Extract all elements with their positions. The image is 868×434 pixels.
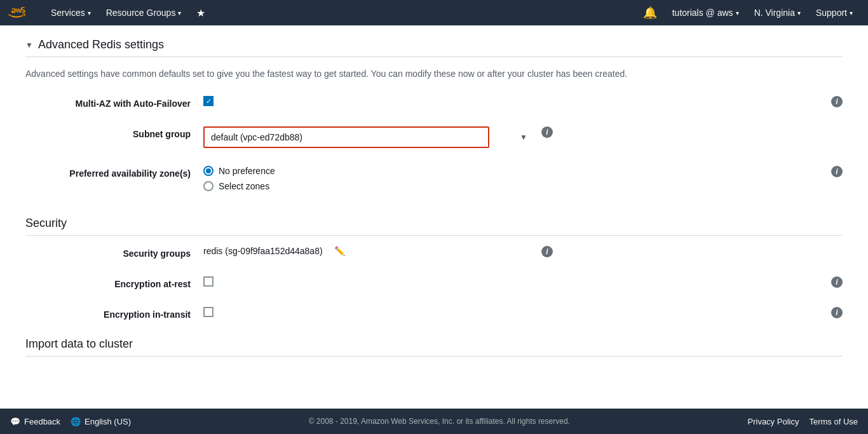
globe-icon: 🌐 xyxy=(71,417,81,426)
preferred-az-radio-group: No preference Select zones xyxy=(203,166,275,191)
advanced-redis-section-header: ▼ Advanced Redis settings xyxy=(25,38,843,51)
footer-right: Privacy Policy Terms of Use xyxy=(748,417,858,426)
subnet-group-label: Subnet group xyxy=(64,126,203,139)
footer-left: 💬 Feedback 🌐 English (US) xyxy=(10,417,131,426)
multi-az-checkbox[interactable]: ✓ xyxy=(203,96,214,106)
footer-copyright: © 2008 - 2019, Amazon Web Services, Inc.… xyxy=(131,417,747,426)
main-content: ▼ Advanced Redis settings Advanced setti… xyxy=(0,25,868,409)
encryption-rest-row: Encryption at-rest i xyxy=(25,276,843,289)
multi-az-info-icon[interactable]: i xyxy=(831,96,843,107)
support-chevron-icon: ▾ xyxy=(850,10,853,17)
import-title: Import data to cluster xyxy=(25,337,133,351)
subnet-group-control: default (vpc-ed72db88) ▼ xyxy=(203,126,534,148)
nav-right: 🔔 tutorials @ aws ▾ N. Virginia ▾ Suppor… xyxy=(635,0,860,25)
encryption-rest-info-icon[interactable]: i xyxy=(831,276,843,288)
checkbox-check-icon: ✓ xyxy=(206,98,212,105)
security-groups-info-icon[interactable]: i xyxy=(541,246,553,257)
import-section: Import data to cluster xyxy=(25,337,843,356)
select-zones-radio[interactable] xyxy=(203,181,214,191)
advanced-redis-title: Advanced Redis settings xyxy=(38,38,164,51)
multi-az-control: ✓ xyxy=(203,96,534,106)
section-divider xyxy=(25,57,843,57)
subnet-group-select[interactable]: default (vpc-ed72db88) xyxy=(203,126,489,148)
select-zones-label: Select zones xyxy=(219,181,269,191)
advanced-redis-description: Advanced settings have common defaults s… xyxy=(25,67,843,81)
language-selector[interactable]: 🌐 English (US) xyxy=(71,417,131,426)
user-chevron-icon: ▾ xyxy=(736,10,739,17)
encryption-transit-checkbox[interactable] xyxy=(203,307,214,317)
subnet-select-wrapper: default (vpc-ed72db88) ▼ xyxy=(203,126,534,148)
preferred-az-label: Preferred availability zone(s) xyxy=(64,166,203,179)
feedback-chat-icon: 💬 xyxy=(10,417,20,426)
import-section-header: Import data to cluster xyxy=(25,337,843,351)
multi-az-row: Multi-AZ with Auto-Failover ✓ i xyxy=(25,96,843,109)
top-navigation: Services ▾ Resource Groups ▾ ★ 🔔 tutoria… xyxy=(0,0,868,25)
preferred-az-control: No preference Select zones xyxy=(203,166,534,191)
import-divider xyxy=(25,356,843,356)
radio-dot xyxy=(206,168,211,173)
encryption-rest-label: Encryption at-rest xyxy=(64,276,203,289)
encryption-transit-label: Encryption in-transit xyxy=(64,307,203,320)
resource-groups-chevron-icon: ▾ xyxy=(178,10,181,17)
privacy-policy-link[interactable]: Privacy Policy xyxy=(748,417,799,426)
no-preference-radio[interactable] xyxy=(203,166,214,176)
encryption-transit-info-icon[interactable]: i xyxy=(831,307,843,318)
services-menu[interactable]: Services ▾ xyxy=(43,0,98,25)
security-section-header: Security xyxy=(25,217,843,230)
multi-az-label: Multi-AZ with Auto-Failover xyxy=(64,96,203,109)
security-groups-value: redis (sg-09f9faa152d44a8a8) xyxy=(203,246,323,256)
user-menu[interactable]: tutorials @ aws ▾ xyxy=(665,0,747,25)
security-groups-row: Security groups redis (sg-09f9faa152d44a… xyxy=(25,246,843,259)
preferred-az-info-icon[interactable]: i xyxy=(831,166,843,177)
support-menu[interactable]: Support ▾ xyxy=(808,0,860,25)
services-chevron-icon: ▾ xyxy=(88,10,91,17)
aws-logo[interactable] xyxy=(8,4,33,22)
no-preference-label: No preference xyxy=(219,166,275,176)
encryption-rest-checkbox[interactable] xyxy=(203,276,214,287)
security-title: Security xyxy=(25,217,67,230)
bell-icon[interactable]: 🔔 xyxy=(635,6,665,20)
subnet-info-icon[interactable]: i xyxy=(541,126,553,138)
region-menu[interactable]: N. Virginia ▾ xyxy=(747,0,808,25)
section-toggle-icon[interactable]: ▼ xyxy=(25,41,33,50)
encryption-transit-control xyxy=(203,307,534,317)
select-arrow-icon: ▼ xyxy=(520,133,527,142)
bookmark-icon[interactable]: ★ xyxy=(189,7,213,19)
select-zones-radio-item[interactable]: Select zones xyxy=(203,181,275,191)
encryption-rest-control xyxy=(203,276,534,287)
footer: 💬 Feedback 🌐 English (US) © 2008 - 2019,… xyxy=(0,409,868,434)
feedback-button[interactable]: 💬 Feedback xyxy=(10,417,60,426)
preferred-az-row: Preferred availability zone(s) No prefer… xyxy=(25,166,843,191)
region-chevron-icon: ▾ xyxy=(797,10,801,17)
security-section: Security Security groups redis (sg-09f9f… xyxy=(25,217,843,320)
security-groups-label: Security groups xyxy=(64,246,203,259)
no-preference-radio-item[interactable]: No preference xyxy=(203,166,275,176)
resource-groups-menu[interactable]: Resource Groups ▾ xyxy=(98,0,189,25)
security-divider xyxy=(25,235,843,236)
encryption-transit-row: Encryption in-transit i xyxy=(25,307,843,320)
edit-icon[interactable]: ✏️ xyxy=(334,246,345,256)
security-groups-control: redis (sg-09f9faa152d44a8a8) ✏️ xyxy=(203,246,534,256)
subnet-group-row: Subnet group default (vpc-ed72db88) ▼ i xyxy=(25,126,843,148)
terms-of-use-link[interactable]: Terms of Use xyxy=(809,417,858,426)
